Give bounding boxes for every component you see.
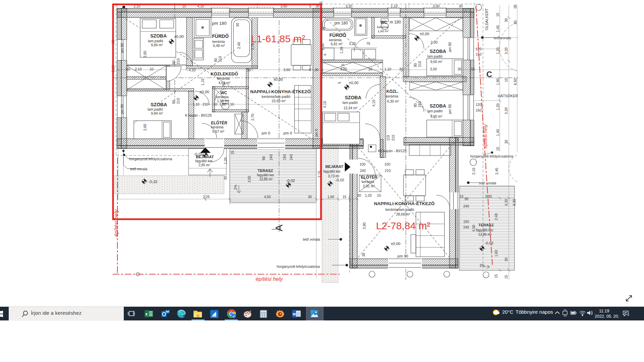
- svg-text:150: 150: [463, 220, 469, 224]
- svg-text:tető vonala: tető vonala: [130, 167, 148, 171]
- svg-text:110: 110: [386, 135, 390, 141]
- svg-text:2,60: 2,60: [143, 51, 147, 58]
- svg-text:pm 0: pm 0: [283, 131, 292, 135]
- svg-text:fagyálló ker.: fagyálló ker.: [323, 170, 341, 173]
- svg-text:lam.padló: lam.padló: [342, 101, 358, 105]
- svg-text:L1-61,85 m²: L1-61,85 m²: [251, 33, 305, 44]
- svg-text:240: 240: [289, 154, 293, 160]
- svg-text:M: M: [324, 53, 326, 56]
- svg-text:pm 90: pm 90: [120, 43, 124, 53]
- svg-text:3,00: 3,00: [431, 40, 438, 44]
- svg-text:tető vonala: tető vonala: [303, 237, 320, 241]
- svg-text:15: 15: [342, 195, 346, 199]
- svg-text:30: 30: [504, 257, 508, 261]
- svg-text:2,10: 2,10: [135, 67, 142, 71]
- svg-text:10: 10: [368, 67, 372, 71]
- svg-text:pm 180: pm 180: [334, 21, 348, 25]
- svg-text:FÜRDŐ: FÜRDŐ: [212, 33, 229, 39]
- svg-text:10: 10: [504, 78, 508, 82]
- svg-text:1,20: 1,20: [496, 103, 500, 110]
- svg-text:-0,02: -0,02: [194, 152, 203, 156]
- svg-text:5: 5: [309, 68, 311, 72]
- svg-text:30: 30: [357, 193, 361, 197]
- svg-text:4,50: 4,50: [264, 195, 271, 199]
- svg-text:3,20: 3,20: [345, 4, 353, 8]
- svg-text:05: 05: [513, 4, 517, 8]
- svg-text:1,20: 1,20: [496, 47, 500, 54]
- svg-text:kerámia/lam.padló: kerámia/lam.padló: [262, 95, 290, 99]
- svg-text:KÖZLEKEDŐ: KÖZLEKEDŐ: [211, 71, 238, 76]
- svg-text:4,10: 4,10: [372, 100, 376, 107]
- svg-text:150: 150: [476, 108, 482, 112]
- svg-text:kerámia: kerámia: [211, 125, 224, 129]
- svg-text:10: 10: [150, 67, 154, 71]
- svg-text:SZOBA: SZOBA: [430, 103, 446, 109]
- svg-text:6,48 m²: 6,48 m²: [213, 44, 225, 48]
- svg-text:75: 75: [366, 42, 370, 46]
- svg-text:90: 90: [172, 60, 176, 64]
- svg-text:150: 150: [282, 154, 286, 160]
- svg-text:15: 15: [504, 275, 508, 279]
- svg-text:6,81 m²: 6,81 m²: [331, 42, 343, 46]
- svg-text:2,10: 2,10: [472, 168, 476, 175]
- svg-text:13,34 m²: 13,34 m²: [343, 106, 358, 110]
- svg-text:kerámia: kerámia: [216, 95, 229, 99]
- svg-text:1,50: 1,50: [219, 102, 226, 106]
- svg-text:15: 15: [496, 147, 500, 151]
- svg-text:15: 15: [471, 67, 475, 71]
- svg-text:30: 30: [223, 176, 227, 180]
- svg-text:1 0: 1 0: [341, 64, 345, 69]
- svg-text:1,60 m²: 1,60 m²: [378, 29, 388, 33]
- svg-text:m 180: m 180: [390, 20, 401, 24]
- svg-text:HÁTSÓKERT: HÁTSÓKERT: [498, 94, 520, 98]
- svg-text:90: 90: [262, 156, 266, 160]
- svg-text:SZOBA: SZOBA: [430, 49, 446, 54]
- svg-text:3,20: 3,20: [349, 42, 356, 46]
- svg-text:1,10: 1,10: [384, 67, 391, 71]
- svg-text:30: 30: [459, 4, 463, 8]
- svg-text:fagyálló ker.: fagyálló ker.: [195, 159, 213, 163]
- svg-text:horganyzott lefolyócsatorna: horganyzott lefolyócsatorna: [129, 157, 172, 161]
- svg-text:1,60: 1,60: [494, 250, 498, 257]
- svg-text:±0,00: ±0,00: [200, 90, 209, 94]
- svg-text:x: x: [145, 311, 148, 316]
- svg-text:ELŐTÉR: ELŐTÉR: [361, 175, 377, 180]
- svg-text:1,20: 1,20: [339, 47, 343, 54]
- svg-text:100: 100: [384, 162, 390, 166]
- svg-text:90: 90: [172, 100, 176, 104]
- svg-text:2,40: 2,40: [237, 42, 241, 49]
- svg-text:3,73 m²: 3,73 m²: [328, 174, 340, 178]
- svg-text:építési hely: építési hely: [483, 124, 488, 148]
- svg-text:30: 30: [504, 18, 508, 22]
- svg-text:13,86 m²: 13,86 m²: [259, 177, 273, 181]
- svg-text:15: 15: [494, 274, 498, 278]
- svg-text:90: 90: [413, 103, 417, 107]
- svg-text:±0,00: ±0,00: [349, 81, 359, 85]
- svg-text:1,40: 1,40: [496, 25, 500, 32]
- svg-text:120: 120: [476, 103, 482, 107]
- svg-text:1,90: 1,90: [496, 78, 500, 85]
- svg-text:2%: 2%: [480, 263, 485, 267]
- svg-text:TERASZ: TERASZ: [258, 169, 273, 173]
- svg-text:TERASZ: TERASZ: [478, 223, 494, 227]
- svg-text:pm 90: pm 90: [120, 104, 124, 114]
- svg-text:210: 210: [385, 169, 391, 173]
- svg-text:±0,00: ±0,00: [391, 242, 400, 246]
- svg-text:210: 210: [391, 135, 395, 141]
- svg-text:90: 90: [465, 197, 469, 201]
- svg-text:kerámia: kerámia: [217, 76, 230, 80]
- svg-text:3,00: 3,00: [433, 4, 440, 8]
- svg-text:1,40: 1,40: [496, 129, 500, 136]
- svg-text:240: 240: [463, 225, 469, 229]
- svg-text:15: 15: [496, 13, 500, 17]
- svg-text:30: 30: [126, 67, 130, 71]
- svg-text:1,20: 1,20: [365, 193, 372, 197]
- svg-text:KÖZL.: KÖZL.: [386, 89, 398, 94]
- svg-text:9,60 m²: 9,60 m²: [430, 114, 442, 118]
- svg-text:2,45: 2,45: [495, 168, 499, 175]
- svg-text:horganyzott lefolyócsatorna: horganyzott lefolyócsatorna: [277, 264, 320, 268]
- svg-text:210: 210: [176, 98, 180, 104]
- svg-text:kerámia: kerámia: [386, 94, 398, 98]
- svg-text:10: 10: [247, 68, 251, 72]
- svg-text:3,00: 3,00: [485, 194, 492, 198]
